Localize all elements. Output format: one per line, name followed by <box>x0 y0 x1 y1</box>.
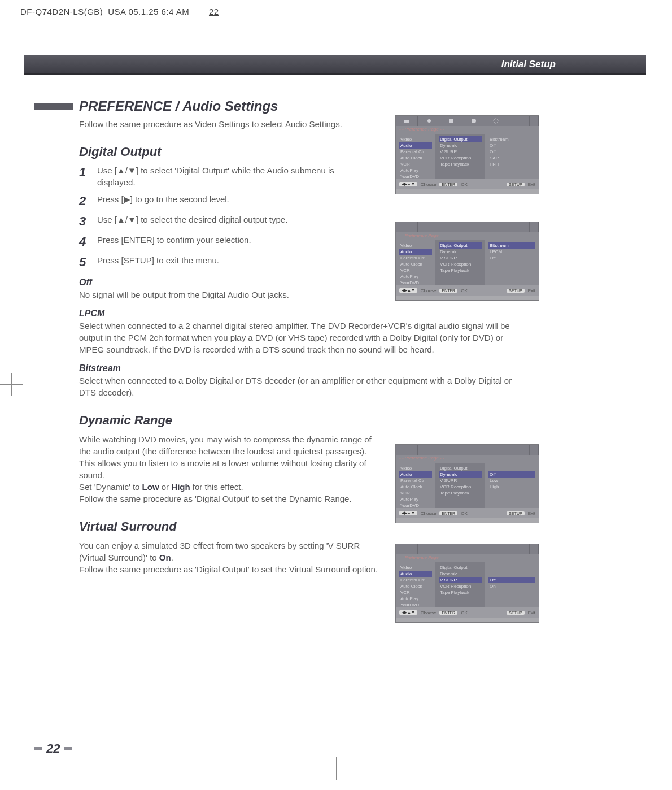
dynamic-p2b: for this effect. <box>190 482 243 492</box>
dynamic-p2a: Set 'Dynamic' to <box>79 482 142 492</box>
tab-icon <box>418 222 440 232</box>
osd-footer: ◀▶▲▼Choose ENTEROK SETUPExit <box>396 607 539 618</box>
osd-item-selected: Dynamic <box>439 471 482 478</box>
osd-item: Tape Playback <box>439 161 482 167</box>
tab-gear-icon <box>462 116 485 126</box>
tab-icon <box>507 222 529 232</box>
footer-choose: Choose <box>421 610 437 615</box>
osd-item: Tape Playback <box>439 267 482 274</box>
vsurr-p1a: You can enjoy a simulated 3D effect from… <box>79 541 360 562</box>
osd-item: VCR Reception <box>439 155 482 161</box>
section-title: PREFERENCE / Audio Settings <box>79 98 278 114</box>
osd-item: VCR <box>399 589 432 596</box>
osd-item: Digital Output <box>439 565 482 571</box>
osd-item: Video <box>399 242 432 249</box>
tab-icon <box>440 544 462 554</box>
crop-mark-left <box>0 373 23 396</box>
osd-value-selected: Bitstream <box>488 242 535 249</box>
key-setup: SETUP <box>507 183 524 186</box>
osd-body: Video Audio Parental Ctrl Auto Clock VCR… <box>396 463 539 508</box>
osd-item: Dynamic <box>439 249 482 255</box>
osd-value: Off <box>488 142 535 149</box>
tab-icon <box>530 222 539 232</box>
chapter-band: Initial Setup <box>24 55 646 73</box>
chapter-title: Initial Setup <box>501 59 556 70</box>
tab-icon <box>485 445 507 455</box>
osd-tabs <box>396 222 539 232</box>
footer-choose: Choose <box>421 182 437 187</box>
key-enter: ENTER <box>439 289 457 293</box>
tab-icon <box>507 544 529 554</box>
osd-item: VCR Reception <box>439 484 482 490</box>
step-num: 3 <box>79 214 89 229</box>
osd-right-col: Bitstream LPCM Off <box>485 240 539 285</box>
osd-value: Off <box>488 255 535 261</box>
osd-item: YourDVD <box>399 280 432 286</box>
vsurr-p1: You can enjoy a simulated 3D effect from… <box>79 540 384 563</box>
osd-mid-col: Digital Output Dynamic V SURR VCR Recept… <box>435 463 485 508</box>
osd-spacer <box>488 465 535 471</box>
osd-value: SAP <box>488 155 535 161</box>
step-text: Press [ENTER] to confirm your selection. <box>97 235 251 246</box>
osd-left-col: Video Audio Parental Ctrl Auto Clock VCR… <box>396 463 435 508</box>
key-setup: SETUP <box>507 611 524 615</box>
osd-item: Auto Clock <box>399 484 432 490</box>
osd-item: YourDVD <box>399 173 432 180</box>
osd-value: Bitstream <box>488 136 535 142</box>
lpcm-text: Select when connected to a 2 channel dig… <box>79 320 520 355</box>
step-text: Use [▲/▼] to select the desired digital … <box>97 214 287 225</box>
svg-rect-2 <box>449 119 453 123</box>
key-enter: ENTER <box>439 611 457 615</box>
tab-icon <box>418 445 440 455</box>
section-heading-row: PREFERENCE / Audio Settings <box>34 98 542 114</box>
dynamic-p3: Follow the same procedure as 'Digital Ou… <box>79 493 384 505</box>
osd-footer: ◀▶▲▼Choose ENTEROK SETUPExit <box>396 508 539 518</box>
osd-body: Video Audio Parental Ctrl Auto Clock VCR… <box>396 240 539 285</box>
osd-value: LPCM <box>488 249 535 255</box>
osd-item: VCR <box>399 161 432 167</box>
osd-item: VCR <box>399 490 432 496</box>
doc-header: DF-Q74D2N-LS(GB)_USA 05.1.25 6:4 AM 22 <box>20 7 219 16</box>
osd-tabs <box>396 445 539 455</box>
osd-item: Video <box>399 565 432 571</box>
dynamic-low: Low <box>142 482 159 492</box>
osd-item: Auto Clock <box>399 261 432 267</box>
step-text: Press [▶] to go to the second level. <box>97 194 229 205</box>
doc-header-page: 22 <box>209 7 219 16</box>
osd-item: Digital Output <box>439 465 482 471</box>
key-enter: ENTER <box>439 183 457 186</box>
tab-icon <box>440 222 462 232</box>
osd-item: Tape Playback <box>439 589 482 596</box>
vsurr-p1b: . <box>171 553 173 562</box>
osd-value-selected: Off <box>488 471 535 478</box>
footer-exit: Exit <box>528 182 535 187</box>
osd-crumb: - - Preference Page - - <box>396 455 539 463</box>
tab-video-icon <box>440 116 462 126</box>
osd-crumb: - - Preference Page - - <box>396 232 539 240</box>
page-number-value: 22 <box>46 741 60 756</box>
step-text: Use [▲/▼] to select 'Digital Output' whi… <box>97 165 340 188</box>
osd-value: On <box>488 583 535 589</box>
tab-icon <box>396 445 418 455</box>
osd-left-col: Video Audio Parental Ctrl Auto Clock VCR… <box>396 134 435 179</box>
osd-tabs <box>396 544 539 554</box>
step-num: 4 <box>79 235 89 249</box>
dynamic-p2: Set 'Dynamic' to Low or High for this ef… <box>79 481 384 493</box>
osd-item: V SURR <box>439 255 482 261</box>
osd-item: Video <box>399 465 432 471</box>
osd-item: AutoPlay <box>399 274 432 280</box>
dynamic-p1: While watching DVD movies, you may wish … <box>79 433 384 481</box>
osd-body: Video Audio Parental Ctrl Auto Clock VCR… <box>396 562 539 607</box>
osd-item: Parental Ctrl <box>399 577 432 583</box>
tab-icon <box>485 544 507 554</box>
tab-icon <box>396 222 418 232</box>
osd-value: Low <box>488 478 535 484</box>
key-arrows: ◀▶▲▼ <box>399 182 417 186</box>
osd-item: Parental Ctrl <box>399 149 432 155</box>
page-dash-icon <box>64 747 72 750</box>
footer-ok: OK <box>461 610 468 615</box>
osd-item-selected: Audio <box>399 249 432 255</box>
osd-item: YourDVD <box>399 602 432 608</box>
osd-item: Video <box>399 136 432 142</box>
osd-right-col: Off Low High <box>485 463 539 508</box>
